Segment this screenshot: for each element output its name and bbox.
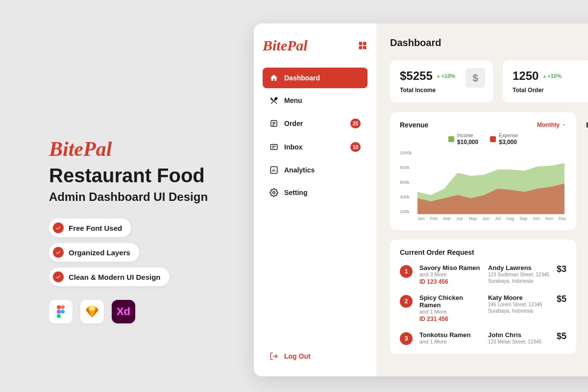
stat-value: $5255 [400,69,433,83]
legend-swatch-green [448,136,454,142]
stat-label: Total Order [513,87,581,94]
order-number-badge: 3 [400,332,413,345]
sidebar-item-dashboard[interactable]: Dashboard [263,68,368,88]
stat-card-income: $5255 +10% Total Income $ [390,60,493,102]
feature-list: Free Font Used Organized Layers Clean & … [49,219,240,286]
list-icon [270,119,278,128]
order-more: and 3 More [419,271,481,277]
sidebar: BitePal Dashboard Menu Order 25 Inbox 10 [254,24,376,376]
stat-label: Total Income [400,87,483,94]
sidebar-item-inbox[interactable]: Inbox 10 [263,136,368,158]
orders-card: Current Order Request 1 Savory Miso Rame… [390,240,576,354]
legend-swatch-red [490,136,496,142]
logout-label: Log Out [284,352,311,360]
order-customer: John Chris [488,331,550,339]
check-icon [53,222,64,233]
sidebar-item-setting[interactable]: Setting [263,182,368,203]
promo-subtitle: Admin Dashboard UI Design [49,190,240,204]
order-row[interactable]: 2 Spicy Chicken Ramen and 1 More ID 231 … [400,294,566,322]
svg-point-1 [61,305,65,309]
chart-peek-title: B [586,112,588,240]
nav-label: Setting [284,189,361,196]
gear-icon [270,188,278,197]
svg-point-2 [57,310,61,314]
order-more: and 1 More [419,339,481,344]
svg-rect-13 [270,145,277,150]
svg-point-0 [57,305,61,309]
svg-rect-7 [359,46,363,49]
nav-badge: 10 [350,142,361,152]
utensils-icon [270,96,278,105]
figma-icon [49,300,73,323]
stat-delta: +10% [437,73,455,79]
svg-point-3 [61,310,65,314]
revenue-chart-card: Revenue Monthly Income$10,000 Expense$3,… [390,112,576,230]
grid-icon[interactable] [358,41,368,50]
chart-icon [270,166,278,174]
dollar-icon: $ [466,68,485,88]
nav-label: Analytics [284,166,361,174]
sidebar-item-menu[interactable]: Menu [263,90,368,111]
stat-row: $5255 +10% Total Income $ 1250 +10% Tota… [390,60,588,102]
chart-x-axis: JanFebMarAprMayJunJulAugSepOctNovDec [400,216,566,221]
sketch-icon [80,300,104,323]
stat-card-orders: 1250 +10% Total Order [503,60,588,102]
promo-title: Restaurant Food [49,165,240,186]
chart-filter-dropdown[interactable]: Monthly [537,122,566,128]
promo-panel: BitePal Restaurant Food Admin Dashboard … [49,137,240,323]
order-item-name: Tonkotsu Ramen [419,331,481,339]
check-icon [53,247,64,258]
order-item-name: Savory Miso Ramen [419,264,481,271]
nav-label: Menu [284,97,361,104]
order-price: $5 [557,294,566,304]
page-title: Dashboard [390,37,588,49]
nav-badge: 25 [350,119,361,128]
nav-label: Order [284,120,344,127]
legend-expense: Expense$3,000 [490,133,518,146]
chart-title: Revenue [400,121,428,129]
home-icon [270,74,278,82]
chart-area: 1000k800k600k400k200k [400,150,566,214]
order-item-name: Spicy Chicken Ramen [419,294,481,309]
order-customer: Andy Lawrens [488,264,550,271]
svg-point-20 [273,192,275,194]
orders-title: Current Order Request [400,248,566,256]
app-window: BitePal Dashboard Menu Order 25 Inbox 10 [254,24,588,376]
main-content: Dashboard $5255 +10% Total Income $ 1250… [376,24,588,376]
nav-label: Inbox [284,143,344,151]
stat-value: 1250 [513,69,539,83]
chevron-down-icon [562,122,566,127]
feature-pill: Free Font Used [49,219,131,237]
chart-legend: Income$10,000 Expense$3,000 [400,133,566,146]
tool-icons-row: Xd [49,300,240,323]
svg-rect-6 [363,42,367,46]
sidebar-item-order[interactable]: Order 25 [263,113,368,134]
logout-icon [270,352,278,361]
order-number-badge: 1 [400,265,413,278]
order-row[interactable]: 3 Tonkotsu Ramen and 1 More John Chris 1… [400,331,566,345]
order-price: $5 [557,331,566,342]
sidebar-item-analytics[interactable]: Analytics [263,160,368,180]
order-address: 123 Sudirman Street, 12345 Surabaya, Ind… [488,271,550,284]
svg-rect-8 [363,46,367,49]
nav-label: Dashboard [284,74,361,82]
xd-icon: Xd [112,300,135,323]
order-price: $3 [557,264,566,274]
sidebar-header: BitePal [263,37,368,54]
area-chart-svg [417,150,564,214]
svg-point-4 [57,314,61,318]
svg-rect-5 [359,42,363,46]
order-more: and 1 More [419,309,481,315]
check-icon [53,271,64,282]
nav: Dashboard Menu Order 25 Inbox 10 Analyti… [263,68,368,346]
order-customer: Katy Moore [488,294,550,301]
order-row[interactable]: 1 Savory Miso Ramen and 3 More ID 123 45… [400,264,566,285]
order-id: ID 123 456 [419,278,481,285]
order-id: ID 231 456 [419,316,481,322]
feature-pill: Organized Layers [49,243,139,262]
app-logo: BitePal [263,37,308,54]
message-icon [270,143,278,151]
stat-delta: +10% [542,73,561,79]
logout-button[interactable]: Log Out [263,346,368,367]
chart-y-axis: 1000k800k600k400k200k [400,150,412,214]
